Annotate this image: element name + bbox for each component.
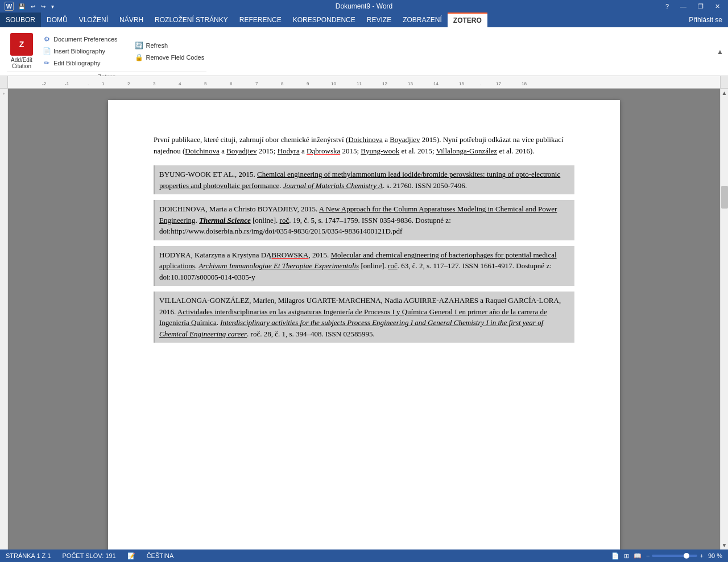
- citation-icon: Z: [10, 33, 33, 56]
- svg-text:17: 17: [496, 81, 501, 86]
- redo-quick-btn[interactable]: ↪: [39, 2, 48, 11]
- ribbon-collapse-button[interactable]: ▲: [717, 48, 723, 56]
- zoom-thumb: [684, 553, 689, 559]
- ref2-roc: roč: [280, 216, 289, 224]
- signin-button[interactable]: Přihlásit se: [683, 13, 728, 27]
- svg-rect-0: [8, 76, 720, 88]
- svg-text:1: 1: [102, 81, 105, 86]
- svg-text:11: 11: [357, 81, 362, 86]
- main-area: ▸ První publikace, které cituji, zahrnuj…: [0, 89, 728, 549]
- layout-icon-3[interactable]: 📖: [634, 552, 642, 560]
- ref2-text: DOICHINOVA, Maria a Christo BOYADJIEV, 2…: [159, 203, 570, 237]
- refresh-label: Refresh: [146, 42, 168, 49]
- citation-link-5: Hodyra: [278, 147, 300, 155]
- status-bar: STRÁNKA 1 Z 1 POČET SLOV: 191 📝 ČEŠTINA …: [0, 549, 728, 562]
- ribbon-small-buttons: ⚙ Document Preferences 📄 Insert Bibliogr…: [40, 34, 120, 69]
- ref1-journal: Journal of Materials Chemistry A: [283, 181, 383, 190]
- close-button[interactable]: ✕: [712, 2, 723, 11]
- remove-field-label: Remove Field Codes: [146, 54, 205, 61]
- edit-bib-label: Edit Bibliography: [53, 60, 101, 66]
- reference-2: DOICHINOVA, Maria a Christo BOYADJIEV, 2…: [154, 200, 574, 240]
- layout-icon-2[interactable]: ⊞: [624, 552, 629, 560]
- add-edit-citation-button[interactable]: Z Add/EditCitation: [7, 31, 36, 72]
- menu-rozlozeni[interactable]: ROZLOŽENÍ STRÁNKY: [149, 13, 234, 27]
- ruler-left: [0, 76, 8, 88]
- layout-icon-1[interactable]: 📄: [611, 552, 619, 560]
- minimize-button[interactable]: —: [677, 2, 690, 11]
- insert-bibliography-button[interactable]: 📄 Insert Bibliography: [40, 45, 120, 57]
- edit-bibliography-button[interactable]: ✏ Edit Bibliography: [40, 57, 120, 69]
- page-info: STRÁNKA 1 Z 1: [6, 552, 51, 559]
- svg-text:6: 6: [230, 81, 233, 86]
- document-page: První publikace, které cituji, zahrnují …: [108, 100, 620, 549]
- svg-text:12: 12: [382, 81, 387, 86]
- svg-text:3: 3: [153, 81, 156, 86]
- svg-text:.: .: [480, 81, 481, 86]
- scroll-track[interactable]: [721, 97, 728, 541]
- scroll-thumb[interactable]: [721, 186, 728, 209]
- menu-korespondence[interactable]: KORESPONDENCE: [287, 13, 361, 27]
- ref4-text: VILLALONGA-GONZÁLEZ, Marlen, Milagros UG…: [159, 295, 570, 339]
- ruler-right: [720, 76, 728, 88]
- left-margin: ▸: [0, 89, 8, 549]
- quick-access-toolbar: 💾 ↩ ↪ ▾: [16, 2, 56, 11]
- menu-domu[interactable]: DOMŮ: [41, 13, 73, 27]
- scroll-down-btn[interactable]: ▼: [721, 541, 728, 549]
- undo-quick-btn[interactable]: ↩: [28, 2, 38, 11]
- zoom-out-btn[interactable]: −: [646, 552, 650, 559]
- ref2-journal: Thermal Science: [199, 216, 251, 224]
- svg-text:5: 5: [204, 81, 207, 86]
- zoom-slider[interactable]: [652, 555, 697, 557]
- svg-text:-1: -1: [65, 81, 69, 86]
- help-button[interactable]: ?: [662, 2, 672, 11]
- zoom-control[interactable]: − +: [646, 552, 704, 559]
- svg-text:13: 13: [408, 81, 413, 86]
- zoom-in-btn[interactable]: +: [700, 552, 703, 559]
- menu-reference[interactable]: REFERENCE: [234, 13, 287, 27]
- document-prefs-icon: ⚙: [42, 35, 51, 44]
- window-title: Dokument9 - Word: [336, 2, 392, 10]
- citation-link-6: Dąbrowska: [307, 147, 340, 155]
- paragraph-1: První publikace, které cituji, zahrnují …: [154, 134, 574, 156]
- ref3-journal: Archivum Immunologiae Et Therapiae Exper…: [198, 261, 359, 270]
- zoom-level: 90 %: [708, 552, 722, 559]
- menu-zobrazeni[interactable]: ZOBRAZENÍ: [397, 13, 448, 27]
- menu-bar: SOUBOR DOMŮ VLOŽENÍ NÁVRH ROZLOŽENÍ STRÁ…: [0, 13, 728, 27]
- word-icon: W: [5, 2, 14, 11]
- remove-field-codes-button[interactable]: 🔒 Remove Field Codes: [133, 52, 207, 63]
- menu-revize[interactable]: REVIZE: [361, 13, 397, 27]
- menu-soubor[interactable]: SOUBOR: [0, 13, 41, 27]
- document-preferences-button[interactable]: ⚙ Document Preferences: [40, 34, 120, 45]
- scroll-up-btn[interactable]: ▲: [721, 89, 728, 97]
- svg-text:.: .: [88, 81, 89, 86]
- customize-quick-btn[interactable]: ▾: [49, 2, 56, 11]
- title-bar-left: W 💾 ↩ ↪ ▾: [5, 2, 56, 11]
- citation-link-2: Boyadjiev: [390, 135, 420, 144]
- menu-navrh[interactable]: NÁVRH: [114, 13, 149, 27]
- menu-vlozeni[interactable]: VLOŽENÍ: [73, 13, 114, 27]
- ref3-red: BROWSKA: [271, 251, 308, 259]
- remove-field-icon: 🔒: [135, 53, 144, 62]
- reference-4: VILLALONGA-GONZÁLEZ, Marlen, Milagros UG…: [154, 292, 574, 343]
- reference-1: BYUNG-WOOK ET AL., 2015. Chemical engine…: [154, 165, 574, 194]
- status-right: 📄 ⊞ 📖 − + 90 %: [611, 552, 722, 560]
- reference-3: HODYRA, Katarzyna a Krystyna DĄBROWSKA, …: [154, 246, 574, 286]
- menu-zotero[interactable]: ZOTERO: [448, 13, 487, 27]
- document-prefs-label: Document Preferences: [53, 36, 118, 43]
- svg-text:4: 4: [179, 81, 181, 86]
- ribbon-small-buttons-2: 🔄 Refresh 🔒 Remove Field Codes: [133, 40, 207, 63]
- svg-text:9: 9: [307, 81, 309, 86]
- save-quick-btn[interactable]: 💾: [16, 2, 27, 11]
- svg-text:14: 14: [433, 81, 439, 86]
- insert-bib-icon: 📄: [42, 47, 51, 56]
- refresh-button[interactable]: 🔄 Refresh: [133, 40, 207, 51]
- right-scrollbar[interactable]: ▲ ▼: [720, 89, 728, 549]
- ref3-roc: roč: [388, 261, 398, 270]
- document-area[interactable]: První publikace, které cituji, zahrnují …: [8, 89, 720, 549]
- ref1-text: BYUNG-WOOK ET AL., 2015. Chemical engine…: [159, 169, 570, 191]
- restore-button[interactable]: ❐: [694, 2, 707, 11]
- title-bar: W 💾 ↩ ↪ ▾ Dokument9 - Word ? — ❐ ✕: [0, 0, 728, 13]
- citation-link-7: Byung-wook: [361, 147, 399, 155]
- svg-text:8: 8: [281, 81, 284, 86]
- proofing-icon[interactable]: 📝: [127, 552, 135, 560]
